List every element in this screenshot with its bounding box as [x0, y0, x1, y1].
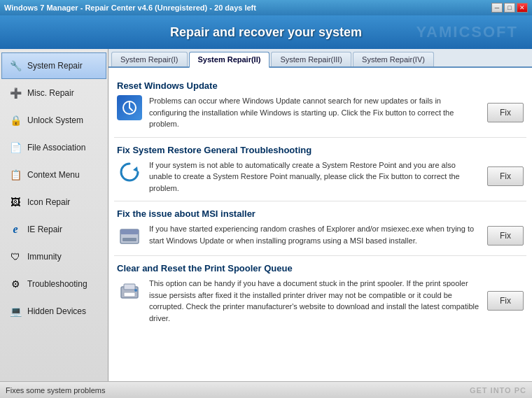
minimize-button[interactable]: ─	[491, 3, 503, 13]
sidebar-item-hidden-devices[interactable]: 💻 Hidden Devices	[1, 298, 106, 325]
tab-system-repair-3[interactable]: System Repair(III)	[271, 52, 351, 66]
sidebar-label: Immunity	[27, 252, 62, 262]
close-button[interactable]: ✕	[517, 3, 528, 13]
sidebar-label: Hidden Devices	[27, 306, 86, 316]
sidebar-label: Misc. Repair	[27, 88, 74, 98]
svg-marker-1	[133, 166, 138, 172]
svg-rect-3	[120, 229, 139, 234]
tab-bar: System Repair(I) System Repair(II) Syste…	[108, 49, 532, 68]
sidebar-item-misc-repair[interactable]: ➕ Misc. Repair	[1, 80, 106, 106]
repair-body: If you have started experiencing random …	[117, 223, 524, 248]
menu-icon: 📋	[8, 167, 23, 183]
repair-title: Reset Windows Update	[117, 80, 524, 91]
repair-description: If your system is not able to automatica…	[149, 159, 480, 194]
app-header: Repair and recover your system YAMICSOFT	[0, 15, 532, 49]
svg-point-10	[134, 289, 137, 292]
status-bar: Fixes some system problems GET INTO PC	[0, 381, 532, 398]
watermark: YAMICSOFT	[416, 23, 518, 41]
fix-button-print-spooler[interactable]: Fix	[487, 291, 524, 311]
repair-item-msi-installer: Fix the issue about MSI installer	[114, 201, 526, 256]
tab-system-repair-4[interactable]: System Repair(IV)	[353, 52, 434, 66]
sidebar-label: Context Menu	[27, 170, 80, 180]
fix-button-system-restore[interactable]: Fix	[487, 166, 524, 186]
image-icon: 🖼	[8, 194, 23, 210]
troubleshooting-icon: ⚙	[8, 276, 23, 292]
sidebar-label: Unlock System	[27, 115, 83, 125]
repair-description: This option can be handy if you have a d…	[149, 278, 480, 324]
device-icon: 💻	[8, 304, 23, 319]
title-bar: Windows 7 Manager - Repair Center v4.6 (…	[0, 0, 532, 15]
msi-installer-icon	[117, 223, 142, 248]
wrench-icon: 🔧	[8, 58, 23, 73]
sidebar-item-ie-repair[interactable]: e IE Repair	[1, 216, 106, 243]
sidebar-label: Icon Repair	[27, 197, 70, 207]
system-restore-icon	[117, 159, 142, 185]
sidebar-item-context-menu[interactable]: 📋 Context Menu	[1, 162, 106, 188]
repair-description: Problems can occur where Windows Update …	[149, 95, 480, 130]
sidebar-label: System Repair	[27, 61, 83, 71]
repair-body: This option can be handy if you have a d…	[117, 278, 524, 324]
sidebar-item-immunity[interactable]: 🛡 Immunity	[1, 243, 106, 270]
main-layout: 🔧 System Repair ➕ Misc. Repair 🔒 Unlock …	[0, 49, 532, 381]
watermark-bottom: GET INTO PC	[470, 386, 526, 395]
lock-icon: 🔒	[8, 113, 23, 128]
status-text: Fixes some system problems	[6, 386, 105, 395]
svg-rect-8	[124, 284, 135, 290]
sidebar-item-troubleshooting[interactable]: ⚙ Troubleshooting	[1, 271, 106, 297]
tab-system-repair-1[interactable]: System Repair(I)	[111, 52, 188, 66]
shield-icon: 🛡	[8, 249, 23, 264]
repair-title: Clear and Reset the Print Spooler Queue	[117, 263, 524, 273]
maximize-button[interactable]: □	[504, 3, 515, 13]
sidebar-item-unlock-system[interactable]: 🔒 Unlock System	[1, 107, 106, 134]
repair-item-system-restore: Fix System Restore General Troubleshooti…	[114, 138, 526, 202]
repair-item-reset-windows-update: Reset Windows Update Problems can occur …	[114, 73, 526, 138]
scroll-content[interactable]: Reset Windows Update Problems can occur …	[108, 68, 532, 381]
repair-body: Problems can occur where Windows Update …	[117, 95, 524, 130]
plus-icon: ➕	[8, 85, 23, 101]
tab-system-repair-2[interactable]: System Repair(II)	[189, 52, 270, 68]
sidebar-label: Troubleshooting	[27, 279, 88, 289]
ie-icon: e	[8, 222, 23, 237]
repair-body: If your system is not able to automatica…	[117, 159, 524, 194]
repair-title: Fix the issue about MSI installer	[117, 208, 524, 219]
app-header-title: Repair and recover your system	[170, 25, 362, 40]
sidebar-item-file-association[interactable]: 📄 File Association	[1, 134, 106, 161]
print-spooler-icon	[117, 278, 142, 303]
file-icon: 📄	[8, 140, 23, 155]
fix-button-reset-windows-update[interactable]: Fix	[487, 103, 524, 122]
sidebar: 🔧 System Repair ➕ Misc. Repair 🔒 Unlock …	[0, 49, 108, 381]
title-bar-text: Windows 7 Manager - Repair Center v4.6 (…	[4, 3, 256, 12]
sidebar-item-system-repair[interactable]: 🔧 System Repair	[1, 52, 106, 79]
svg-rect-6	[127, 238, 132, 241]
sidebar-label: IE Repair	[27, 225, 62, 234]
repair-title: Fix System Restore General Troubleshooti…	[117, 145, 524, 155]
svg-rect-9	[124, 292, 135, 297]
sidebar-label: File Association	[27, 143, 85, 152]
windows-update-icon	[117, 95, 142, 120]
content-area: System Repair(I) System Repair(II) Syste…	[108, 49, 532, 381]
repair-description: If you have started experiencing random …	[149, 223, 480, 246]
fix-button-msi-installer[interactable]: Fix	[487, 226, 524, 246]
title-bar-controls: ─ □ ✕	[491, 3, 528, 13]
repair-item-print-spooler: Clear and Reset the Print Spooler Queue	[114, 256, 526, 331]
sidebar-item-icon-repair[interactable]: 🖼 Icon Repair	[1, 189, 106, 215]
